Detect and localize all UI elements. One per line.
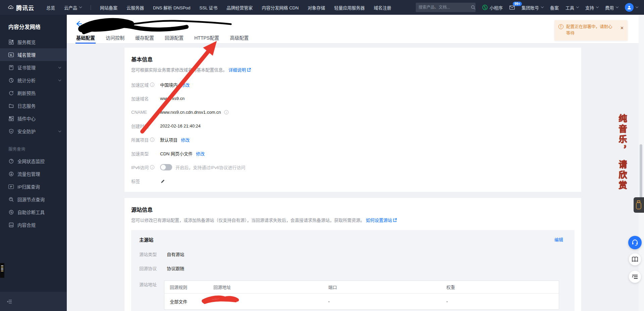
sidebar-item-network-status[interactable]: 全网状态监控	[0, 155, 67, 167]
main-origin-title: 主源站	[139, 236, 153, 243]
doc-link[interactable]: 详细说明	[229, 67, 246, 72]
row-project: 所属项目i 默认项目 修改	[131, 133, 575, 147]
tencent-cloud-logo[interactable]: 腾讯云	[8, 3, 34, 12]
origin-info-card: 源站信息 您可以修改已有源站配置，或添加热备源站（仅支持自有源），当回源请求失败…	[125, 198, 581, 311]
basic-info-description: 您可根据实际业务需求修改域名的基本配置信息。 详细说明	[131, 66, 251, 73]
row-acceleration-type: 加速类型 CDN 网页小文件 修改	[131, 147, 575, 160]
info-icon[interactable]: i	[150, 138, 154, 142]
sidebar-item-plugin-center[interactable]: 插件中心	[0, 112, 67, 125]
row-origin-address-label: 源站地址	[139, 281, 167, 288]
domain-w-icon: w.	[8, 53, 14, 57]
nav-link-domain-register[interactable]: 域名注册	[374, 4, 391, 11]
search-icon[interactable]	[470, 5, 476, 10]
sidebar-item-service-overview[interactable]: 服务概览	[0, 36, 67, 48]
modify-type-link[interactable]: 修改	[196, 150, 205, 157]
row-cname: CNAME www.rxs9.cn.cdn.dnsv1.com.cn i	[131, 105, 575, 119]
tencent-cloud-cdn-console: 腾讯云 总览 云产品 网站备案 云服务器 DNS 解析 DNSPod SSL 证…	[0, 0, 644, 311]
sidebar-item-self-diagnosis[interactable]: 自助诊断工具	[0, 206, 67, 218]
nav-link-cdn[interactable]: 内容分发网络 CDN	[262, 4, 299, 11]
sidebar-item-traffic-package[interactable]: 流量包管理	[0, 167, 67, 180]
row-acceleration-domain: 加速域名 www.rxs9.cn	[131, 92, 575, 105]
nav-beian[interactable]: 备案	[550, 4, 559, 11]
refresh-icon	[8, 90, 14, 96]
sidebar-item-statistics[interactable]: 统计分析	[0, 74, 67, 87]
tab-cache-config[interactable]: 缓存配置	[135, 32, 155, 44]
chevron-down-icon	[636, 5, 638, 8]
chevron-down-icon	[616, 5, 618, 8]
nav-messages[interactable]: 99+	[509, 5, 515, 10]
info-icon[interactable]: i	[150, 83, 154, 87]
doc-link[interactable]: 如何设置源站	[366, 218, 392, 223]
nav-link-brand-manager[interactable]: 品牌经营管家	[227, 4, 253, 11]
usb-drive-icon	[635, 200, 642, 210]
sidebar-item-log-service[interactable]: 日志服务	[0, 99, 67, 112]
nav-cloud-products[interactable]: 云产品	[64, 4, 82, 11]
mini-program-icon	[482, 5, 488, 10]
nav-mini-program[interactable]: 小程序	[482, 4, 503, 11]
open-book-icon	[632, 257, 638, 262]
info-icon[interactable]: i	[224, 110, 229, 114]
documentation-button[interactable]	[629, 253, 641, 265]
info-icon[interactable]: i	[150, 165, 154, 169]
col-weight: 权重	[441, 284, 559, 290]
chevron-down-icon	[58, 65, 61, 68]
sidebar-item-label: 证书管理	[17, 64, 36, 71]
sidebar-item-purge-prefetch[interactable]: 刷新预热	[0, 87, 67, 99]
row-acceleration-region: 加速区域i 中国境内 修改	[131, 78, 575, 92]
basic-info-card: 基本信息 您可根据实际业务需求修改域名的基本配置信息。 详细说明 加速区域i 中…	[125, 48, 581, 192]
folder-icon	[8, 103, 14, 108]
nav-support[interactable]: 支持	[585, 4, 598, 11]
nav-link-cos[interactable]: 对象存储	[308, 4, 325, 11]
sidebar-section-service-query: 服务查询	[0, 142, 67, 155]
grid-icon	[8, 39, 14, 45]
tab-https-config[interactable]: HTTPS配置	[194, 32, 220, 44]
collapse-sidebar-icon[interactable]	[7, 299, 12, 304]
warning-icon: !	[558, 24, 563, 29]
nav-link-lighthouse[interactable]: 轻量应用服务器	[334, 4, 365, 11]
nav-link-icp[interactable]: 网站备案	[100, 4, 117, 11]
user-menu[interactable]	[625, 3, 638, 12]
search-input[interactable]	[418, 5, 470, 10]
usb-device-panel[interactable]	[634, 197, 644, 213]
row-created-time: 创建时间 2022-02-16 21:40:24	[131, 119, 575, 133]
sidebar-item-label: 全网状态监控	[17, 158, 45, 164]
modify-region-link[interactable]: 修改	[181, 82, 190, 88]
nav-link-cvm[interactable]: 云服务器	[127, 4, 144, 11]
nav-overview[interactable]: 总览	[46, 4, 55, 11]
sidebar-item-certificate-management[interactable]: 证书管理	[0, 61, 67, 74]
nav-billing[interactable]: 费用	[605, 4, 618, 11]
sidebar-item-label: IP归属查询	[17, 183, 40, 190]
nav-account-group[interactable]: 集团账号	[522, 4, 543, 11]
tab-access-control[interactable]: 访问控制	[105, 32, 125, 44]
brand-text: 腾讯云	[16, 3, 34, 12]
basic-info-rows: 加速区域i 中国境内 修改 加速域名 www.rxs9.cn CNAME www…	[131, 78, 575, 188]
back-button[interactable]	[75, 20, 82, 28]
sidebar-item-label: 统计分析	[17, 77, 36, 84]
modify-project-link[interactable]: 修改	[181, 137, 190, 143]
tab-advanced-config[interactable]: 高级配置	[229, 32, 249, 44]
origin-address-table: 回源规则 回源地址 端口 权重 全部文件 - -	[164, 280, 559, 310]
nav-link-ssl[interactable]: SSL 证书	[199, 4, 217, 11]
sidebar-item-content-compliance[interactable]: 内容合规	[0, 218, 67, 231]
sidebar-item-ip-lookup[interactable]: IP IP归属查询	[0, 180, 67, 193]
scrollbar-thumb[interactable]	[640, 144, 642, 198]
close-icon[interactable]: ✕	[620, 26, 624, 30]
nav-link-dnspod[interactable]: DNS 解析 DNSPod	[153, 4, 190, 11]
nav-tools[interactable]: 工具	[565, 4, 579, 11]
ipv6-toggle[interactable]	[160, 164, 172, 170]
tab-basic-config[interactable]: 基础配置	[76, 32, 96, 44]
edit-origin-button[interactable]: 编辑	[554, 236, 563, 243]
edit-pencil-icon[interactable]	[160, 178, 165, 184]
chevron-down-icon	[576, 5, 579, 8]
chevron-down-icon	[596, 5, 599, 8]
product-search[interactable]	[416, 3, 476, 12]
acceleration-domain-value: www.rxs9.cn	[160, 96, 185, 101]
customer-service-button[interactable]	[628, 236, 642, 249]
sidebar-item-domain-management[interactable]: w. 域名管理	[0, 48, 67, 61]
sidebar-item-security[interactable]: 安全防护	[0, 125, 67, 138]
sidebar-item-label: 插件中心	[17, 115, 36, 122]
tab-origin-config[interactable]: 回源配置	[164, 32, 184, 44]
sidebar-item-origin-node-query[interactable]: 回源节点查询	[0, 193, 67, 206]
headset-icon	[631, 239, 639, 246]
quick-menu-button[interactable]	[629, 271, 641, 283]
